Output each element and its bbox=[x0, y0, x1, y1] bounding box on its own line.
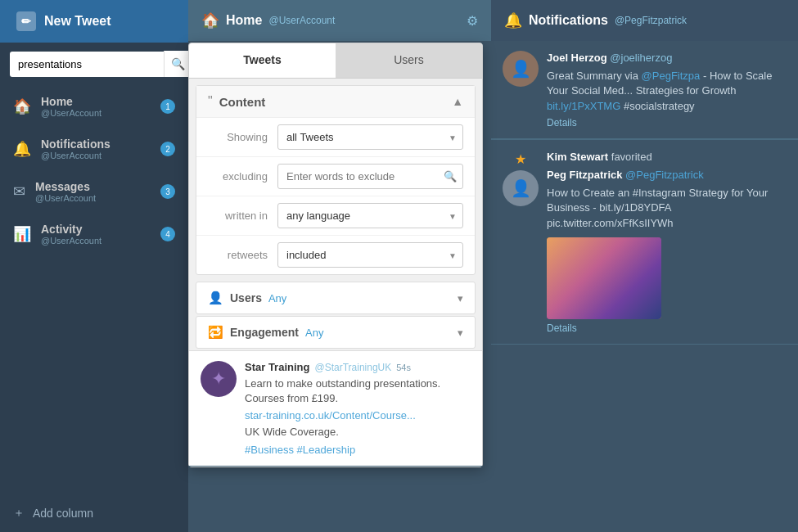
tweet-link[interactable]: star-training.co.uk/Content/Course... bbox=[245, 409, 471, 422]
joel-text: Great Summary via @PegFitzpa - How to Sc… bbox=[547, 69, 787, 114]
kim-details[interactable]: Details bbox=[547, 322, 787, 334]
showing-row: Showing all Tweets Tweets & Replies Orig… bbox=[196, 118, 475, 157]
sidebar-item-messages[interactable]: ✉ Messages @UserAccount 3 bbox=[0, 170, 188, 213]
notifications-col-sub: @PegFitzpatrick bbox=[615, 15, 687, 26]
notifications-icon: 🔔 bbox=[13, 140, 31, 158]
tweet-body: Star Training @StarTrainingUK 54s Learn … bbox=[245, 361, 471, 456]
home-col-sub: @UserAccount bbox=[268, 15, 335, 26]
written-in-select[interactable]: any language English Spanish French bbox=[277, 203, 463, 228]
kim-body: Kim Stewart favorited Peg Fitzpatrick @P… bbox=[547, 150, 787, 334]
user-icon: 👤 bbox=[208, 291, 223, 305]
users-value: Any bbox=[268, 292, 286, 304]
excluding-label: excluding bbox=[208, 170, 277, 183]
written-in-label: written in bbox=[208, 210, 277, 222]
engagement-row[interactable]: 🔁 Engagement Any ▾ bbox=[196, 316, 476, 349]
quote-icon: " bbox=[208, 94, 213, 109]
sidebar-item-notifications[interactable]: 🔔 Notifications @UserAccount 2 bbox=[0, 128, 188, 170]
tab-users[interactable]: Users bbox=[336, 43, 482, 78]
search-input[interactable] bbox=[10, 52, 164, 77]
notif-item-joel: 👤 Joel Herzog @joeliherzog Great Summary… bbox=[491, 41, 798, 139]
main-area: 🏠 Home @UserAccount ⚙ Tweets Users " Con… bbox=[188, 0, 798, 532]
engagement-label: Engagement bbox=[230, 326, 299, 339]
users-row[interactable]: 👤 Users Any ▾ bbox=[196, 282, 476, 314]
activity-badge: 4 bbox=[160, 227, 175, 241]
kim-avatar: 👤 bbox=[503, 170, 539, 206]
excluding-search-icon: 🔍 bbox=[444, 170, 457, 183]
retweet-icon: 🔁 bbox=[208, 325, 223, 340]
engagement-chevron-icon: ▾ bbox=[458, 327, 463, 339]
notifications-column: 🔔 Notifications @PegFitzpatrick 👤 Joel H… bbox=[491, 0, 798, 532]
notifications-label: Notifications bbox=[41, 138, 110, 151]
users-chevron-icon: ▾ bbox=[458, 292, 463, 304]
content-section: " Content ▲ Showing all Tweets Tweets & … bbox=[196, 85, 476, 275]
activity-sub: @UserAccount bbox=[41, 236, 101, 246]
home-column-header: 🏠 Home @UserAccount ⚙ bbox=[188, 0, 491, 41]
search-button[interactable]: 🔍 bbox=[164, 51, 192, 77]
notifications-col-icon: 🔔 bbox=[504, 11, 522, 29]
star-avatar-icon: ✦ bbox=[211, 368, 226, 390]
kim-meta: Kim Stewart favorited bbox=[547, 150, 787, 165]
tweet-item: ✦ Star Training @StarTrainingUK 54s Lear… bbox=[189, 350, 482, 467]
excluding-input-wrap: 🔍 bbox=[277, 164, 463, 189]
section-title: Content bbox=[219, 95, 452, 109]
tweet-meta: Star Training @StarTrainingUK 54s bbox=[245, 361, 471, 373]
written-in-row: written in any language English Spanish … bbox=[196, 196, 475, 236]
home-label: Home bbox=[41, 95, 101, 108]
users-label: Users bbox=[230, 291, 262, 304]
add-column-label: Add column bbox=[33, 507, 93, 520]
showing-select[interactable]: all Tweets Tweets & Replies Original Twe… bbox=[277, 124, 463, 150]
joel-handle: @joeliherzog bbox=[610, 52, 672, 64]
messages-badge: 3 bbox=[160, 184, 175, 199]
home-col-title: Home bbox=[226, 13, 262, 28]
kim-name: Kim Stewart bbox=[547, 151, 608, 163]
kim-sub-meta: Peg Fitzpatrick @PegFitzpatrick bbox=[547, 168, 787, 183]
favorite-star-icon: ★ bbox=[515, 151, 526, 167]
filter-panel: Tweets Users " Content ▲ Showing bbox=[188, 43, 483, 467]
tweet-extra-text: UK Wide Coverage. bbox=[245, 425, 471, 440]
kim-text: How to Create an #Instagram Strategy for… bbox=[547, 186, 787, 231]
joel-details[interactable]: Details bbox=[547, 117, 787, 128]
written-in-select-wrap: any language English Spanish French bbox=[277, 203, 463, 228]
kim-action: favorited bbox=[611, 151, 652, 163]
activity-label: Activity bbox=[41, 223, 101, 236]
engagement-value: Any bbox=[305, 327, 323, 339]
tweet-name: Star Training bbox=[245, 361, 309, 373]
tab-tweets[interactable]: Tweets bbox=[189, 43, 336, 78]
filter-content: " Content ▲ Showing all Tweets Tweets & … bbox=[189, 85, 482, 467]
notifications-col-title: Notifications bbox=[529, 13, 608, 28]
compose-icon: ✏ bbox=[16, 11, 36, 31]
tweet-avatar: ✦ bbox=[201, 361, 237, 397]
add-column-icon: ＋ bbox=[13, 506, 25, 521]
add-column-button[interactable]: ＋ Add column bbox=[0, 494, 188, 532]
activity-icon: 📊 bbox=[13, 225, 31, 243]
showing-select-wrap: all Tweets Tweets & Replies Original Twe… bbox=[277, 124, 463, 150]
sidebar-nav: 🏠 Home @UserAccount 1 🔔 Notifications @U… bbox=[0, 85, 188, 494]
sidebar: ✏ New Tweet 🔍 🏠 Home @UserAccount 1 🔔 No… bbox=[0, 0, 188, 532]
home-sub: @UserAccount bbox=[41, 108, 101, 118]
home-column: 🏠 Home @UserAccount ⚙ Tweets Users " Con… bbox=[188, 0, 491, 532]
settings-icon[interactable]: ⚙ bbox=[467, 13, 478, 29]
search-container: 🔍 bbox=[0, 43, 188, 85]
excluding-row: excluding 🔍 bbox=[196, 157, 475, 196]
content-section-header[interactable]: " Content ▲ bbox=[196, 86, 475, 118]
joel-body: Joel Herzog @joeliherzog Great Summary v… bbox=[547, 51, 787, 128]
new-tweet-button[interactable]: ✏ New Tweet bbox=[0, 0, 188, 43]
notifications-header: 🔔 Notifications @PegFitzpatrick bbox=[491, 0, 798, 41]
home-icon: 🏠 bbox=[13, 97, 31, 115]
messages-sub: @UserAccount bbox=[35, 193, 96, 203]
retweets-row: retweets included excluded bbox=[196, 236, 475, 274]
sidebar-item-home[interactable]: 🏠 Home @UserAccount 1 bbox=[0, 85, 188, 128]
retweets-select[interactable]: included excluded bbox=[277, 242, 463, 268]
notif-item-kim: ★ 👤 Kim Stewart favorited Peg Fitzpatric… bbox=[491, 140, 798, 345]
tweet-handle: @StarTrainingUK bbox=[314, 362, 391, 373]
joel-avatar: 👤 bbox=[503, 51, 539, 87]
home-badge: 1 bbox=[160, 99, 175, 114]
messages-label: Messages bbox=[35, 180, 96, 193]
joel-name: Joel Herzog bbox=[547, 52, 610, 64]
new-tweet-label: New Tweet bbox=[44, 14, 111, 29]
excluding-input[interactable] bbox=[277, 164, 463, 189]
sidebar-item-activity[interactable]: 📊 Activity @UserAccount 4 bbox=[0, 213, 188, 255]
filter-tabs: Tweets Users bbox=[189, 43, 482, 79]
tweet-text: Learn to make outstanding presentations.… bbox=[245, 376, 471, 406]
tweet-tags: #Business #Leadership bbox=[245, 444, 471, 456]
